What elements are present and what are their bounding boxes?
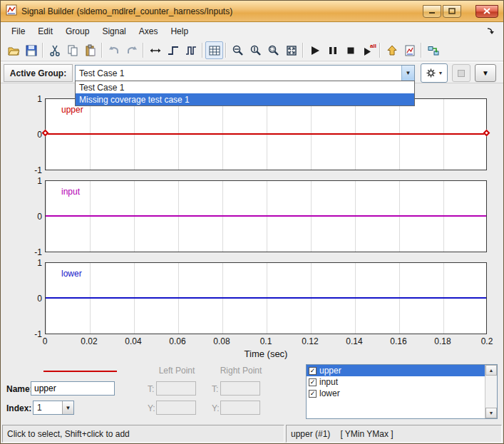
zoom-y-button[interactable]	[247, 41, 264, 59]
signal-list-label: upper	[319, 366, 341, 376]
save-button[interactable]	[22, 41, 40, 59]
scroll-down-icon[interactable]: ▼	[485, 408, 497, 418]
endpoint-marker-right[interactable]	[483, 130, 490, 137]
maximize-button[interactable]	[443, 5, 461, 18]
menu-file[interactable]: File	[5, 24, 31, 39]
toolbar: all	[1, 40, 503, 61]
toolbar-separator	[42, 43, 43, 58]
scroll-up-icon[interactable]: ▲	[485, 365, 497, 376]
signal-line-lower[interactable]	[46, 297, 486, 299]
y-left-label: Y:	[148, 403, 155, 413]
menu-axes[interactable]: Axes	[133, 24, 165, 39]
menu-group[interactable]: Group	[59, 24, 96, 39]
signal-list-item-input[interactable]: ✓ input	[307, 376, 485, 388]
signal-line-upper[interactable]	[46, 133, 486, 135]
open-button[interactable]	[4, 41, 22, 59]
pause-icon	[327, 45, 339, 56]
fit-view-button[interactable]	[282, 41, 300, 59]
menu-edit[interactable]: Edit	[31, 24, 59, 39]
menu-help[interactable]: Help	[164, 24, 195, 39]
selected-signal-color-sample	[43, 371, 117, 372]
x-tick: 0.18	[427, 336, 458, 346]
x-tick: 0.06	[162, 336, 193, 346]
minimize-button[interactable]	[423, 5, 441, 18]
signal-label-input: input	[61, 187, 80, 197]
checkbox-lower[interactable]: ✓	[309, 390, 317, 398]
t-right-label: T:	[212, 384, 218, 394]
active-group-dropdown: Test Case 1 Missing coverage test case 1	[75, 81, 415, 106]
y-tick: 1	[29, 258, 42, 268]
step-signal-icon	[167, 44, 180, 57]
app-icon	[6, 4, 17, 18]
signal-label-upper: upper	[61, 105, 83, 115]
x-axis-label: Time (sec)	[45, 349, 487, 359]
constant-line-icon	[149, 44, 162, 57]
menu-overflow-icon[interactable]	[486, 26, 495, 37]
dropdown-option-test-case-1[interactable]: Test Case 1	[76, 81, 414, 93]
index-value: 1	[34, 403, 62, 413]
toolbar-separator	[302, 43, 304, 58]
active-group-value: Test Case 1	[76, 68, 401, 78]
endpoint-marker-left[interactable]	[42, 130, 49, 137]
cut-button[interactable]	[46, 41, 63, 59]
signal-line-input[interactable]	[46, 215, 486, 217]
active-group-label: Active Group:	[4, 64, 73, 82]
redo-button[interactable]	[123, 41, 140, 59]
plot-input[interactable]: input	[45, 180, 487, 252]
y-left-input	[156, 401, 196, 415]
signal-list-item-lower[interactable]: ✓ lower	[307, 388, 485, 399]
dropdown-option-missing-coverage[interactable]: Missing coverage test case 1	[76, 93, 414, 105]
disabled-tool-icon	[457, 69, 466, 78]
index-combobox[interactable]: 1 ▼	[33, 401, 74, 415]
gear-caret-icon: ▼	[438, 71, 443, 76]
snap-grid-button[interactable]	[205, 41, 223, 59]
undo-button[interactable]	[105, 41, 123, 59]
plot-upper[interactable]: upper	[45, 98, 487, 170]
stop-button[interactable]	[341, 41, 359, 59]
menu-signal[interactable]: Signal	[96, 24, 132, 39]
combo-dropdown-icon[interactable]: ▼	[401, 66, 414, 81]
x-tick: 0	[29, 336, 61, 346]
run-all-button[interactable]: all	[359, 41, 377, 59]
copy-icon	[66, 44, 79, 57]
export-plot-button[interactable]	[401, 41, 418, 59]
close-button[interactable]	[475, 5, 498, 18]
x-tick: 0.12	[294, 336, 326, 346]
x-tick: 0.04	[118, 336, 149, 346]
signal-listbox[interactable]: ✓ upper ✓ input ✓ lower ▲ ▼	[306, 364, 498, 419]
y-right-input	[220, 401, 260, 415]
menubar: File Edit Group Signal Axes Help	[1, 23, 503, 40]
constant-line-button[interactable]	[146, 41, 164, 59]
update-diagram-icon	[427, 44, 440, 57]
name-input[interactable]	[31, 381, 115, 396]
up-to-parent-button[interactable]	[383, 41, 401, 59]
pulse-signal-button[interactable]	[182, 41, 200, 59]
window-title: Signal Builder (sldemo_mdlref_counter_ha…	[21, 6, 421, 16]
toolbar-separator	[225, 43, 227, 58]
signal-label-lower: lower	[61, 269, 82, 279]
y-right-label: Y:	[212, 403, 220, 413]
panel-dropdown-button[interactable]: ▼	[475, 64, 496, 82]
zoom-time-button[interactable]	[229, 41, 247, 59]
index-label: Index:	[6, 403, 31, 413]
stop-icon	[345, 45, 356, 56]
redo-icon	[125, 44, 138, 57]
copy-button[interactable]	[63, 41, 81, 59]
plot-lower[interactable]: lower	[45, 262, 487, 334]
gear-menu-button[interactable]: ▼	[421, 63, 448, 83]
active-group-combobox[interactable]: Test Case 1 ▼	[75, 65, 415, 81]
signal-list-item-upper[interactable]: ✓ upper	[307, 365, 485, 376]
step-signal-button[interactable]	[164, 41, 182, 59]
run-button[interactable]	[306, 41, 324, 59]
zoom-box-button[interactable]	[264, 41, 282, 59]
checkbox-upper[interactable]: ✓	[309, 367, 317, 375]
update-diagram-button[interactable]	[424, 41, 442, 59]
checkbox-input[interactable]: ✓	[309, 378, 317, 386]
index-dropdown-icon[interactable]: ▼	[62, 401, 73, 414]
run-icon	[309, 45, 321, 56]
fit-view-icon	[285, 44, 298, 57]
paste-button[interactable]	[81, 41, 99, 59]
signal-list-scrollbar[interactable]: ▲ ▼	[485, 365, 497, 418]
y-tick: 0	[29, 294, 42, 304]
pause-button[interactable]	[324, 41, 341, 59]
